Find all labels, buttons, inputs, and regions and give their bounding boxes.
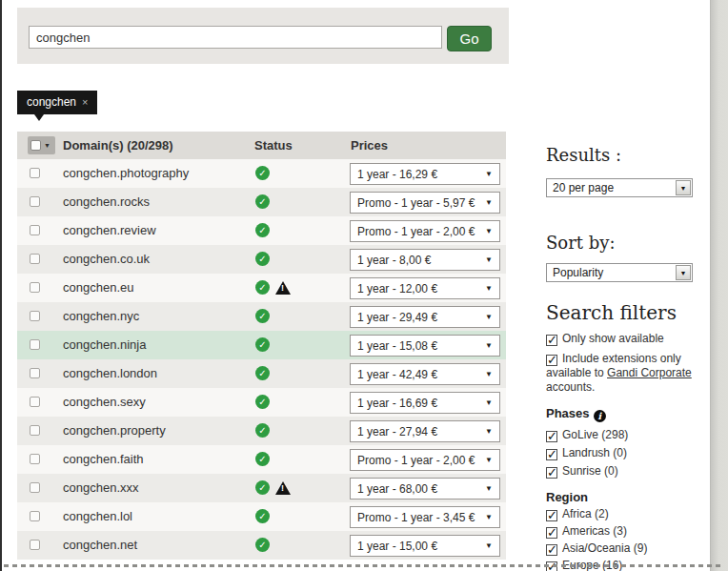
price-selected-option: 1 year - 42,49 € (357, 368, 437, 381)
price-select[interactable]: 1 year - 16,29 € ▼ (350, 163, 500, 185)
row-checkbox[interactable] (30, 482, 40, 493)
chevron-down-icon: ▼ (485, 456, 493, 464)
domain-name: congchen.property (63, 417, 166, 445)
select-arrow-button[interactable]: ▼ (676, 265, 691, 280)
region-list: ✓Africa (2)✓Americas (3)✓Asia/Oceania (9… (546, 507, 693, 571)
price-selected-option: 1 year - 12,00 € (357, 282, 437, 296)
domain-name: congchen.nyc (63, 302, 139, 331)
price-select[interactable]: 1 year - 15,08 € ▼ (350, 335, 500, 357)
go-button[interactable]: Go (447, 26, 492, 51)
sort-by-value: Popularity (553, 266, 603, 279)
row-checkbox[interactable] (30, 454, 40, 464)
price-selected-option: Promo - 1 year - 2,00 € (357, 225, 475, 238)
tag-close-icon[interactable]: × (82, 96, 88, 108)
results-table: ▼ Domain(s) (20/298) Status Prices congc… (17, 132, 506, 560)
row-checkbox[interactable] (30, 168, 40, 178)
sort-by-select[interactable]: Popularity ▼ (546, 263, 693, 282)
chevron-down-icon: ▼ (680, 185, 687, 192)
row-checkbox[interactable] (30, 511, 40, 521)
gandi-corporate-link[interactable]: Gandi Corporate (607, 366, 692, 379)
chevron-down-icon: ▼ (44, 142, 51, 149)
corporate-label-after: accounts. (546, 380, 595, 394)
price-select[interactable]: Promo - 1 year - 5,97 € ▼ (350, 192, 500, 214)
domain-name: congchen.sexy (63, 388, 146, 417)
phase-checkbox[interactable]: ✓ (546, 449, 557, 460)
chevron-down-icon: ▼ (485, 513, 493, 521)
domain-name: congchen.eu (63, 274, 133, 302)
price-select[interactable]: 1 year - 29,49 € ▼ (350, 306, 500, 328)
price-selected-option: 1 year - 29,49 € (357, 311, 437, 324)
domain-name: congchen.photography (63, 159, 189, 188)
filter-tag-label: congchen (27, 95, 76, 109)
row-checkbox[interactable] (30, 339, 40, 350)
region-checkbox[interactable]: ✓ (546, 527, 557, 539)
row-checkbox[interactable] (30, 196, 40, 207)
table-row: congchen.lol ✓ Promo - 1 year - 3,45 € ▼ (17, 502, 506, 531)
select-arrow-button[interactable]: ▼ (676, 180, 691, 195)
available-icon: ✓ (255, 166, 270, 180)
region-checkbox[interactable]: ✓ (546, 544, 557, 556)
filter-corporate: ✓Include extensions only available to Ga… (546, 352, 693, 395)
available-icon: ✓ (255, 337, 270, 352)
domain-name: congchen.lol (63, 502, 132, 531)
search-filters-heading: Search filters (546, 301, 693, 324)
chevron-down-icon: ▼ (680, 270, 687, 276)
search-input[interactable] (29, 26, 442, 49)
row-checkbox[interactable] (30, 225, 40, 235)
chevron-down-icon: ▼ (485, 313, 493, 321)
price-selected-option: 1 year - 16,69 € (357, 397, 437, 410)
row-checkbox[interactable] (30, 397, 40, 407)
price-selected-option: Promo - 1 year - 3,45 € (357, 511, 475, 524)
info-icon[interactable]: i (594, 410, 606, 422)
region-label: Asia/Oceania (9) (562, 541, 647, 555)
region-checkbox[interactable]: ✓ (546, 510, 557, 521)
select-all-dropdown[interactable]: ▼ (28, 136, 55, 154)
table-row: congchen.photography ✓ 1 year - 16,29 € … (17, 159, 506, 188)
table-row: congchen.net ✓ 1 year - 15,00 € ▼ (17, 531, 506, 560)
phase-item: ✓Sunrise (0) (546, 464, 693, 479)
phase-label: Sunrise (0) (562, 464, 618, 478)
price-select[interactable]: 1 year - 42,49 € ▼ (350, 363, 500, 385)
warning-icon: ! (275, 281, 291, 295)
region-heading: Region (546, 490, 693, 504)
available-icon: ✓ (255, 309, 270, 323)
region-item: ✓Africa (2) (546, 507, 693, 521)
results-per-page-value: 20 per page (553, 181, 614, 194)
region-label: Africa (2) (562, 507, 609, 520)
chevron-down-icon: ▼ (485, 541, 493, 550)
price-selected-option: 1 year - 27,94 € (357, 425, 437, 438)
chevron-down-icon: ▼ (485, 370, 493, 378)
chevron-down-icon: ▼ (485, 484, 493, 493)
row-checkbox[interactable] (30, 425, 40, 436)
corporate-checkbox[interactable]: ✓ (546, 355, 557, 366)
table-row: congchen.nyc ✓ 1 year - 29,49 € ▼ (17, 302, 506, 331)
row-checkbox[interactable] (30, 540, 40, 550)
table-row: congchen.property ✓ 1 year - 27,94 € ▼ (17, 417, 506, 445)
row-checkbox[interactable] (30, 311, 40, 321)
price-select[interactable]: 1 year - 27,94 € ▼ (350, 420, 500, 442)
search-panel: Go (17, 8, 509, 64)
price-select[interactable]: 1 year - 15,00 € ▼ (350, 535, 500, 557)
price-select[interactable]: 1 year - 16,69 € ▼ (350, 392, 500, 414)
only-available-label: Only show available (562, 332, 664, 345)
price-select[interactable]: Promo - 1 year - 2,00 € ▼ (350, 449, 500, 471)
price-select[interactable]: 1 year - 68,00 € ▼ (350, 478, 500, 500)
phase-checkbox[interactable]: ✓ (546, 431, 557, 442)
available-icon: ✓ (255, 423, 270, 438)
only-available-checkbox[interactable]: ✓ (546, 335, 557, 346)
price-select[interactable]: Promo - 1 year - 3,45 € ▼ (350, 506, 500, 528)
results-per-page-select[interactable]: 20 per page ▼ (546, 178, 693, 197)
table-row: congchen.faith ✓ Promo - 1 year - 2,00 €… (17, 445, 506, 474)
row-checkbox[interactable] (30, 282, 40, 293)
price-select[interactable]: 1 year - 12,00 € ▼ (350, 277, 500, 299)
phase-checkbox[interactable]: ✓ (546, 467, 557, 479)
chevron-down-icon: ▼ (485, 227, 493, 235)
price-select[interactable]: Promo - 1 year - 2,00 € ▼ (350, 220, 500, 242)
filter-tag[interactable]: congchen× (17, 91, 97, 114)
row-checkbox[interactable] (30, 254, 40, 264)
row-checkbox[interactable] (30, 368, 40, 378)
phases-heading-label: Phases (546, 406, 590, 420)
price-select[interactable]: 1 year - 8,00 € ▼ (350, 249, 500, 271)
domain-name: congchen.co.uk (63, 245, 150, 274)
select-all-checkbox[interactable] (30, 140, 41, 151)
